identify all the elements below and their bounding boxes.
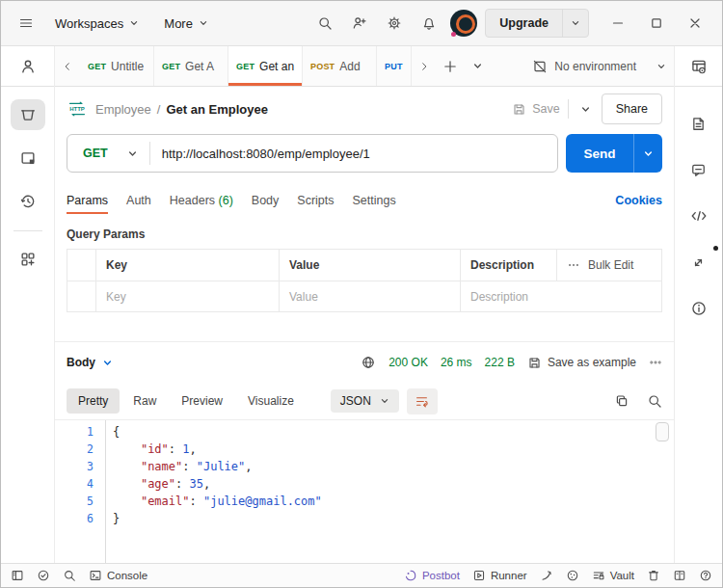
share-button[interactable]: Share: [602, 94, 662, 124]
search-icon[interactable]: [311, 10, 338, 37]
row-actions-cell: [557, 281, 661, 311]
tab-options-chevron-icon[interactable]: [464, 53, 491, 80]
capture-requests-icon[interactable]: [540, 569, 553, 582]
save-options-chevron-icon[interactable]: [576, 95, 596, 122]
method-selector[interactable]: GET: [67, 147, 149, 160]
request-tab-active[interactable]: GET Get an: [228, 46, 303, 86]
save-as-example-label: Save as example: [548, 356, 636, 369]
maximize-icon[interactable]: [641, 10, 672, 37]
upgrade-label[interactable]: Upgrade: [486, 10, 562, 37]
tab-scroll-right-icon[interactable]: [412, 46, 437, 86]
apps-add-icon[interactable]: [11, 244, 45, 275]
copy-icon[interactable]: [614, 393, 629, 409]
wrap-lines-button[interactable]: [407, 388, 438, 414]
tab-actions: [437, 46, 491, 86]
cookies-link[interactable]: Cookies: [615, 194, 662, 207]
minimize-icon[interactable]: [602, 10, 633, 37]
sidebar-divider: [13, 230, 42, 231]
url-input[interactable]: http://localhost:8080/emp/employee/1: [150, 147, 370, 161]
table-header-row: Key Value Description Bulk Edit: [67, 250, 661, 281]
request-tab[interactable]: GET Get A: [154, 46, 228, 86]
environment-quicklook-icon[interactable]: [675, 46, 722, 87]
runner-button[interactable]: Runner: [472, 569, 527, 582]
bulk-edit-link[interactable]: Bulk Edit: [588, 258, 633, 272]
response-more-dots-icon[interactable]: [649, 356, 662, 369]
value-input[interactable]: Value: [280, 281, 461, 311]
environments-icon[interactable]: [11, 143, 45, 174]
chevron-down-icon: [571, 18, 580, 28]
tab-scripts[interactable]: Scripts: [297, 194, 334, 207]
avatar[interactable]: [450, 10, 477, 37]
tab-auth[interactable]: Auth: [126, 194, 151, 207]
request-tab[interactable]: GET Untitle: [80, 46, 154, 86]
send-options-caret[interactable]: [633, 134, 662, 173]
status-check-icon[interactable]: [37, 569, 50, 582]
console-button[interactable]: Console: [89, 569, 147, 582]
settings-gear-icon[interactable]: [381, 10, 408, 37]
save-as-example-button[interactable]: Save as example: [527, 356, 636, 370]
breadcrumb-request-name[interactable]: Get an Employee: [166, 102, 267, 117]
notifications-bell-icon[interactable]: [415, 10, 442, 37]
environment-selector[interactable]: No environment: [532, 46, 674, 86]
save-button[interactable]: Save: [512, 102, 560, 117]
view-tab-visualize[interactable]: Visualize: [236, 388, 306, 414]
request-tab[interactable]: POST Add: [303, 46, 377, 86]
response-time[interactable]: 26 ms: [441, 356, 472, 369]
console-label: Console: [107, 570, 147, 581]
tab-body[interactable]: Body: [252, 194, 280, 207]
trash-icon[interactable]: [647, 569, 660, 582]
search-response-icon[interactable]: [647, 393, 662, 409]
select-all-cell[interactable]: [67, 250, 96, 281]
more-dots-icon[interactable]: [567, 258, 580, 272]
view-tab-pretty[interactable]: Pretty: [67, 388, 120, 414]
http-request-icon: HTTP: [67, 101, 88, 117]
cookies-icon[interactable]: [566, 569, 579, 582]
tab-params[interactable]: Params: [67, 194, 108, 207]
request-tab[interactable]: PUT: [377, 46, 412, 86]
invite-user-icon[interactable]: [346, 10, 373, 37]
response-size[interactable]: 222 B: [485, 356, 515, 369]
tab-scroll-left-icon[interactable]: [55, 46, 80, 86]
postbot-button[interactable]: Postbot: [404, 569, 460, 582]
row-checkbox-cell[interactable]: [67, 281, 96, 311]
left-sidebar: [1, 46, 55, 563]
info-icon[interactable]: [682, 293, 716, 324]
status-bar: Console Postbot Runner Vault: [1, 563, 722, 587]
help-icon[interactable]: [699, 569, 712, 582]
close-icon[interactable]: [680, 10, 710, 37]
comments-icon[interactable]: [682, 154, 716, 185]
environment-label: No environment: [554, 60, 636, 73]
format-dropdown[interactable]: JSON: [331, 389, 399, 413]
tab-headers[interactable]: Headers (6): [170, 194, 233, 207]
account-person-icon[interactable]: [1, 46, 54, 87]
documentation-icon[interactable]: [682, 108, 716, 139]
view-tab-preview[interactable]: Preview: [170, 388, 234, 414]
status-badge[interactable]: 200 OK: [388, 356, 428, 369]
view-tab-raw[interactable]: Raw: [121, 388, 168, 414]
network-globe-icon[interactable]: [361, 355, 376, 370]
description-input[interactable]: Description: [461, 281, 557, 311]
breadcrumb-collection[interactable]: Employee: [95, 102, 151, 117]
response-code-editor[interactable]: 123456 { "id": 1, "name": "Julie", "age"…: [55, 419, 674, 563]
chevron-down-icon: [129, 18, 139, 28]
toggle-sidebar-icon[interactable]: [11, 569, 24, 582]
more-menu[interactable]: More: [158, 13, 214, 35]
workspaces-menu[interactable]: Workspaces: [49, 13, 145, 35]
vault-button[interactable]: Vault: [592, 569, 634, 582]
response-body-selector[interactable]: Body: [67, 356, 113, 369]
split-pane-icon[interactable]: [673, 569, 686, 582]
history-icon[interactable]: [11, 186, 45, 217]
new-tab-plus-icon[interactable]: [437, 53, 464, 80]
line-number: 3: [55, 458, 94, 475]
send-label[interactable]: Send: [566, 134, 633, 173]
code-snippet-icon[interactable]: [682, 200, 716, 231]
find-icon[interactable]: [63, 569, 76, 582]
related-requests-icon[interactable]: [682, 247, 716, 278]
key-input[interactable]: Key: [96, 281, 280, 311]
hamburger-menu-icon[interactable]: [13, 10, 40, 37]
scrollbar-thumb[interactable]: [656, 422, 669, 441]
upgrade-caret[interactable]: [562, 10, 588, 37]
tab-settings[interactable]: Settings: [353, 194, 396, 207]
collections-icon[interactable]: [11, 99, 45, 130]
postman-window: Workspaces More Upgrade: [0, 0, 723, 588]
